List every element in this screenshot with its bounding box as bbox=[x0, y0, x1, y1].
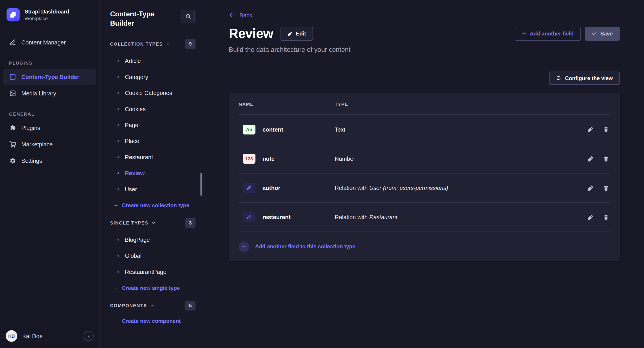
save-button[interactable]: Save bbox=[585, 27, 620, 40]
create-collection-type-link[interactable]: Create new collection type bbox=[114, 199, 189, 212]
search-button[interactable] bbox=[182, 10, 195, 23]
subnav-item-category[interactable]: Category bbox=[100, 69, 203, 85]
subnav-item-page[interactable]: Page bbox=[100, 117, 203, 133]
count-badge: 9 bbox=[185, 39, 196, 49]
nav-item-content-type-builder[interactable]: Content-Type Builder bbox=[3, 69, 96, 85]
bullet-icon bbox=[118, 92, 119, 93]
add-field-footer-link[interactable]: Add another field to this collection typ… bbox=[255, 243, 355, 249]
chevron-left-icon bbox=[86, 334, 91, 338]
bullet-icon bbox=[118, 188, 119, 190]
plus-icon bbox=[242, 244, 246, 249]
subnav-item-article[interactable]: Article bbox=[100, 53, 203, 69]
table-row-restaurant: restaurant Relation with Restaurant bbox=[238, 202, 610, 232]
subnav-scrollbar-thumb[interactable] bbox=[200, 173, 202, 196]
number-field-icon: 123 bbox=[242, 154, 256, 164]
bullet-icon bbox=[118, 60, 119, 62]
collapse-nav-button[interactable] bbox=[84, 331, 94, 341]
subnav-item-restaurantpage[interactable]: RestaurantPage bbox=[100, 264, 203, 279]
user-name: Kai Doe bbox=[22, 333, 42, 339]
table-footer-add-field[interactable]: Add another field to this collection typ… bbox=[238, 232, 610, 261]
edit-field-button[interactable] bbox=[586, 184, 594, 192]
single-types-header[interactable]: SINGLE TYPES 3 bbox=[100, 218, 203, 228]
bullet-icon bbox=[118, 255, 119, 256]
content-type-builder-subnav: Content-Type Builder COLLECTION TYPES 9 … bbox=[100, 0, 204, 348]
edit-button[interactable]: Edit bbox=[281, 27, 313, 40]
main-content: Back Review Edit Add another field bbox=[204, 0, 644, 348]
subnav-item-cookie-categories[interactable]: Cookie Categories bbox=[100, 85, 203, 101]
field-type: Number bbox=[335, 155, 573, 162]
pen-icon bbox=[9, 39, 16, 46]
section-label: SINGLE TYPES bbox=[110, 221, 148, 225]
edit-field-button[interactable] bbox=[586, 125, 594, 134]
plus-icon bbox=[114, 286, 118, 290]
field-type: Relation with User (from: users-permissi… bbox=[335, 185, 573, 191]
delete-field-button[interactable] bbox=[602, 125, 610, 134]
subnav-item-place[interactable]: Place bbox=[100, 133, 203, 149]
components-header[interactable]: COMPONENTS 5 bbox=[100, 300, 203, 311]
nav-item-media-library[interactable]: Media Library bbox=[3, 85, 96, 101]
text-field-icon: Ab bbox=[242, 124, 256, 134]
nav-item-label: Media Library bbox=[21, 90, 56, 97]
field-type: Text bbox=[335, 126, 573, 132]
bullet-icon bbox=[118, 140, 119, 142]
field-name: restaurant bbox=[262, 214, 290, 220]
brand-workplace: Workplace bbox=[25, 16, 69, 21]
relation-field-icon bbox=[242, 212, 256, 222]
bullet-icon bbox=[118, 239, 119, 240]
config-row: Configure the view bbox=[229, 72, 620, 85]
bullet-icon bbox=[118, 271, 119, 272]
table-row-content: Ab content Text bbox=[238, 115, 610, 144]
arrow-left-icon bbox=[229, 12, 236, 19]
nav-item-label: Marketplace bbox=[21, 141, 53, 147]
chevron-up-icon bbox=[150, 303, 154, 308]
search-icon bbox=[185, 14, 191, 19]
configure-view-button[interactable]: Configure the view bbox=[549, 72, 620, 85]
column-header-name: NAME bbox=[238, 101, 335, 106]
relation-field-icon bbox=[242, 183, 256, 193]
section-label: COMPONENTS bbox=[110, 303, 147, 308]
bullet-icon bbox=[118, 124, 119, 125]
strapi-logo-icon bbox=[6, 8, 20, 22]
brand-text: Strapi Dashboard Workplace bbox=[25, 9, 69, 21]
add-field-circle-button[interactable] bbox=[238, 241, 249, 252]
delete-field-button[interactable] bbox=[602, 213, 610, 221]
avatar[interactable]: KD bbox=[6, 330, 17, 342]
main-nav-list: Content Manager PLUGINS Content-Type Bui… bbox=[0, 30, 99, 323]
strapi-dashboard: Strapi Dashboard Workplace Content Manag… bbox=[0, 0, 644, 348]
bullet-icon bbox=[118, 76, 119, 77]
collection-types-header[interactable]: COLLECTION TYPES 9 bbox=[100, 39, 203, 49]
check-icon bbox=[592, 31, 597, 36]
add-another-field-button[interactable]: Add another field bbox=[514, 27, 581, 40]
column-header-type: TYPE bbox=[335, 101, 573, 106]
subnav-header: Content-Type Builder bbox=[100, 0, 203, 28]
chevron-down-icon bbox=[152, 221, 156, 225]
pencil-icon bbox=[288, 31, 293, 36]
delete-field-button[interactable] bbox=[602, 184, 610, 192]
nav-item-content-manager[interactable]: Content Manager bbox=[3, 34, 96, 51]
edit-field-button[interactable] bbox=[586, 155, 594, 163]
create-component-link[interactable]: Create new component bbox=[114, 314, 181, 327]
chevron-down-icon bbox=[166, 42, 170, 46]
delete-field-button[interactable] bbox=[602, 155, 610, 163]
plus-icon bbox=[114, 203, 118, 208]
edit-field-button[interactable] bbox=[586, 213, 594, 221]
section-label: COLLECTION TYPES bbox=[110, 42, 163, 47]
settings-lines-icon bbox=[556, 75, 562, 81]
create-single-type-link[interactable]: Create new single type bbox=[114, 281, 180, 295]
subnav-item-review-active[interactable]: Review bbox=[100, 165, 203, 181]
layout-icon bbox=[9, 73, 16, 81]
nav-item-label: Content Manager bbox=[21, 39, 66, 46]
nav-item-marketplace[interactable]: Marketplace bbox=[3, 136, 96, 152]
subnav-item-restaurant[interactable]: Restaurant bbox=[100, 149, 203, 165]
subnav-item-blogpage[interactable]: BlogPage bbox=[100, 232, 203, 247]
subnav-item-cookies[interactable]: Cookies bbox=[100, 101, 203, 117]
count-badge: 5 bbox=[185, 301, 196, 310]
bullet-icon bbox=[118, 172, 119, 174]
nav-item-plugins[interactable]: Plugins bbox=[3, 120, 96, 136]
count-badge: 3 bbox=[185, 218, 196, 228]
nav-item-settings[interactable]: Settings bbox=[3, 153, 96, 169]
picture-icon bbox=[9, 90, 16, 97]
back-link[interactable]: Back bbox=[229, 12, 252, 19]
subnav-item-user[interactable]: User bbox=[100, 181, 203, 197]
subnav-item-global[interactable]: Global bbox=[100, 248, 203, 264]
